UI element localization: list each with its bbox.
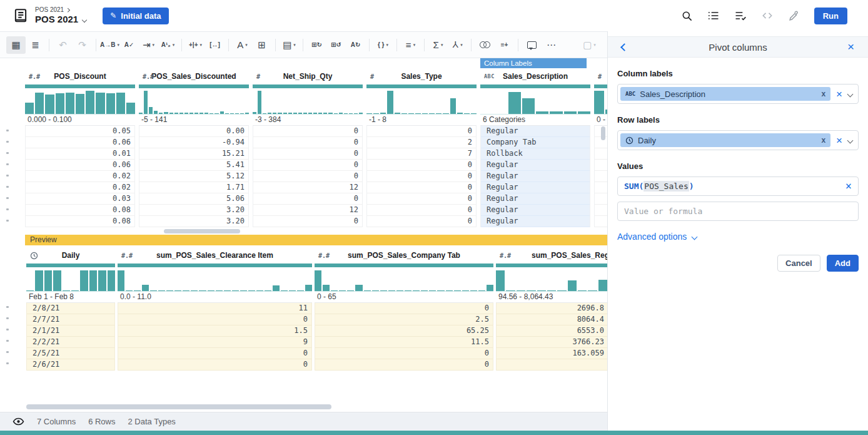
cell[interactable] bbox=[595, 148, 607, 160]
row-marker[interactable] bbox=[6, 340, 9, 342]
expand-button[interactable]: [↔] bbox=[205, 36, 225, 54]
column-header[interactable]: #.#POS_Sales_Discounted bbox=[139, 69, 249, 84]
cell[interactable]: 0 bbox=[367, 216, 476, 227]
cell[interactable]: Company Tab bbox=[481, 137, 590, 148]
chevron-down-icon[interactable] bbox=[847, 91, 854, 97]
row-marker[interactable] bbox=[6, 141, 9, 143]
eye-icon[interactable] bbox=[13, 416, 24, 427]
column-header[interactable]: #Net_Ship_Qty bbox=[253, 69, 363, 84]
value-formula-input[interactable]: SUM(POS_Sales) × bbox=[617, 177, 859, 196]
cell[interactable]: 5.41 bbox=[139, 160, 248, 171]
cell[interactable]: 0.03 bbox=[26, 193, 134, 205]
cell[interactable]: 0.08 bbox=[26, 216, 134, 227]
cell[interactable]: 2/6/21 bbox=[27, 359, 114, 371]
cell[interactable]: 65.25 bbox=[315, 325, 493, 337]
cell[interactable]: Regular bbox=[481, 216, 590, 227]
cell[interactable]: 11 bbox=[118, 303, 311, 314]
cell[interactable]: 2/1/21 bbox=[27, 325, 114, 337]
row-marker[interactable] bbox=[6, 220, 9, 222]
filter-button[interactable]: ≡▾ bbox=[401, 36, 420, 54]
eyedropper-icon[interactable] bbox=[788, 10, 800, 22]
clear-field-icon[interactable]: × bbox=[836, 135, 842, 146]
cell[interactable]: 0 bbox=[253, 171, 362, 182]
cell[interactable]: 15.21 bbox=[139, 148, 248, 160]
cell[interactable]: 2 bbox=[367, 137, 476, 148]
cell[interactable]: Regular bbox=[481, 171, 590, 182]
cell[interactable]: 0 bbox=[367, 205, 476, 216]
cell[interactable] bbox=[595, 182, 607, 193]
row-marker[interactable] bbox=[6, 362, 9, 364]
new-column-button[interactable]: ⊞ bbox=[252, 36, 271, 54]
selection-mode-button[interactable]: ▢▾ bbox=[580, 36, 599, 54]
cell[interactable]: Regular bbox=[481, 182, 590, 193]
cell[interactable]: 0 bbox=[367, 171, 476, 182]
cancel-button[interactable]: Cancel bbox=[777, 255, 820, 272]
cell[interactable]: 5.06 bbox=[139, 193, 248, 205]
cell[interactable]: Regular bbox=[481, 193, 590, 205]
validate-button[interactable]: A✓ bbox=[119, 36, 139, 54]
cell[interactable]: 1.5 bbox=[118, 325, 311, 337]
cell[interactable]: 3.20 bbox=[139, 205, 248, 216]
column-histogram[interactable] bbox=[26, 268, 115, 292]
standardize-button[interactable]: A→B▾ bbox=[100, 36, 119, 54]
clear-field-icon[interactable]: × bbox=[836, 89, 842, 100]
grid-vertical-scrollbar[interactable] bbox=[601, 126, 605, 140]
data-quality-bar[interactable] bbox=[118, 264, 312, 267]
cell[interactable]: 6553.0 bbox=[497, 325, 607, 337]
cell[interactable]: 0 bbox=[253, 148, 362, 160]
row-marker[interactable] bbox=[6, 186, 9, 188]
column-header[interactable]: # bbox=[594, 69, 607, 84]
undo-button[interactable]: ↶ bbox=[53, 36, 73, 54]
cell[interactable]: 12 bbox=[253, 205, 362, 216]
more-options-button[interactable]: ⋯ bbox=[542, 36, 561, 54]
panel-close-icon[interactable]: × bbox=[847, 39, 854, 54]
cell[interactable]: 11.5 bbox=[315, 337, 493, 348]
join-button[interactable]: Y▾ bbox=[448, 36, 467, 54]
cell[interactable]: 0 bbox=[118, 348, 311, 359]
cell[interactable]: 2/8/21 bbox=[27, 303, 114, 314]
data-quality-bar[interactable] bbox=[315, 264, 493, 267]
column-histogram[interactable] bbox=[253, 89, 363, 115]
row-marker[interactable] bbox=[6, 208, 9, 210]
checked-list-icon[interactable] bbox=[734, 9, 747, 22]
row-marker[interactable] bbox=[6, 351, 9, 353]
column-histogram[interactable] bbox=[315, 268, 493, 292]
sort-button[interactable]: A¹₂▾ bbox=[158, 36, 178, 54]
split-column-button[interactable]: +|+▾ bbox=[186, 36, 205, 54]
cell[interactable]: 0 bbox=[315, 348, 493, 359]
cell[interactable]: 0 bbox=[367, 126, 476, 137]
column-header[interactable]: #Sales_Type bbox=[366, 69, 477, 84]
chevron-down-icon[interactable] bbox=[847, 137, 854, 143]
cell[interactable]: Rollback bbox=[481, 148, 590, 160]
flow-title[interactable]: POS 2021 bbox=[35, 14, 86, 25]
cell[interactable]: -0.94 bbox=[139, 137, 248, 148]
row-marker[interactable] bbox=[6, 175, 9, 177]
move-column-button[interactable]: ⇥▾ bbox=[139, 36, 158, 54]
data-quality-bar[interactable] bbox=[496, 264, 607, 267]
data-quality-bar[interactable] bbox=[25, 84, 135, 88]
initial-data-button[interactable]: ✎ Initial data bbox=[103, 8, 168, 24]
view-rows-button[interactable]: ≣ bbox=[26, 36, 45, 54]
cell[interactable]: Regular bbox=[481, 160, 590, 171]
view-grid-button[interactable]: ▦ bbox=[6, 36, 26, 54]
chip-remove-icon[interactable]: x bbox=[821, 136, 825, 145]
cell[interactable]: 12 bbox=[253, 182, 362, 193]
cell[interactable]: 2696.8 bbox=[497, 303, 607, 314]
cell[interactable] bbox=[595, 193, 607, 205]
cell[interactable]: 0 bbox=[253, 137, 362, 148]
format-text-button[interactable]: A▾ bbox=[233, 36, 252, 54]
cell[interactable]: 0 bbox=[367, 193, 476, 205]
advanced-options-link[interactable]: Advanced options bbox=[617, 232, 859, 242]
cell[interactable]: 0.02 bbox=[26, 171, 134, 182]
row-marker[interactable] bbox=[6, 197, 9, 199]
cell[interactable]: 0 bbox=[253, 216, 362, 227]
row-marker[interactable] bbox=[6, 152, 9, 154]
grid-horizontal-scrollbar[interactable] bbox=[164, 229, 240, 233]
cell[interactable]: 0.00 bbox=[139, 126, 248, 137]
chip-remove-icon[interactable]: x bbox=[821, 90, 825, 98]
row-operations-button[interactable]: ▤▾ bbox=[280, 36, 299, 54]
column-histogram[interactable] bbox=[480, 89, 590, 115]
row-marker[interactable] bbox=[6, 317, 9, 319]
unpivot-button[interactable]: ⊞↺ bbox=[326, 36, 346, 54]
row-marker[interactable] bbox=[6, 306, 9, 308]
